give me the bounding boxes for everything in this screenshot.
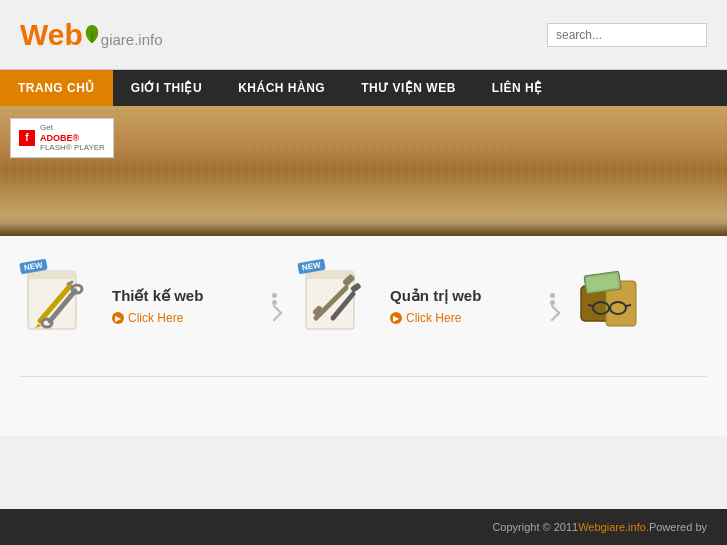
svg-line-23 <box>588 305 593 306</box>
click-here-1[interactable]: ▶ Click Here <box>390 311 481 325</box>
arrow-right-0 <box>266 305 283 322</box>
flash-text: Get ADOBE® FLASH® PLAYER <box>40 123 105 153</box>
wallet-icon <box>576 266 646 336</box>
svg-rect-2 <box>28 271 76 279</box>
logo-leaf-icon <box>84 20 100 52</box>
nav-item-thuvienweb[interactable]: THƯ VIỆN WEB <box>343 70 474 106</box>
svg-point-8 <box>72 285 82 293</box>
footer: Copyright © 2011 Webgiare.info. Powered … <box>0 509 727 545</box>
service-card-0: NEW <box>20 266 250 346</box>
service-card-1: NEW Q <box>298 266 528 346</box>
click-here-label-0: Click Here <box>128 311 183 325</box>
service-icon-wrap-1: NEW <box>298 266 378 346</box>
dot-arrow-0 <box>268 293 280 319</box>
nav-item-khachhang[interactable]: KHÁCH HÀNG <box>220 70 343 106</box>
flash-icon: f <box>19 130 35 146</box>
header: Web giare.info <box>0 0 727 70</box>
click-here-0[interactable]: ▶ Click Here <box>112 311 203 325</box>
dot-arrow-1 <box>546 293 558 319</box>
banner: f Get ADOBE® FLASH® PLAYER <box>0 106 727 236</box>
service-icon-wrap-0: NEW <box>20 266 100 346</box>
svg-line-24 <box>626 305 631 306</box>
tools-icon-0 <box>20 266 90 336</box>
tools-icon-1 <box>298 266 368 336</box>
content-area: f Get ADOBE® FLASH® PLAYER NEW <box>0 106 727 509</box>
nav: TRANG CHỦ GIỚI THIỆU KHÁCH HÀNG THƯ VIỆN… <box>0 70 727 106</box>
flash-adobe: ADOBE® <box>40 133 105 144</box>
search-input[interactable] <box>547 23 707 47</box>
service-info-1: Quản trị web ▶ Click Here <box>390 287 481 325</box>
arrow-right-1 <box>544 305 561 322</box>
footer-powered: Powered by <box>649 521 707 533</box>
services-row: NEW <box>0 256 727 356</box>
nav-item-gioithieu[interactable]: GIỚI THIỆU <box>113 70 220 106</box>
logo: Web giare.info <box>20 18 163 52</box>
page-wrapper: Web giare.info TRANG CHỦ GIỚI THIỆU KHÁC… <box>0 0 727 545</box>
service-card-2 <box>576 266 656 346</box>
click-arrow-icon-1: ▶ <box>390 312 402 324</box>
service-icon-wrap-2 <box>576 266 656 346</box>
dot-0a <box>272 293 277 298</box>
click-arrow-icon-0: ▶ <box>112 312 124 324</box>
flash-get: Get <box>40 123 105 133</box>
nav-item-lienhe[interactable]: LIÊN HỆ <box>474 70 561 106</box>
dot-1a <box>550 293 555 298</box>
service-title-1: Quản trị web <box>390 287 481 305</box>
main-content: NEW <box>0 236 727 436</box>
flash-badge: f Get ADOBE® FLASH® PLAYER <box>10 118 114 158</box>
separator <box>20 376 707 377</box>
flash-player: FLASH® PLAYER <box>40 143 105 153</box>
click-here-label-1: Click Here <box>406 311 461 325</box>
footer-link[interactable]: Webgiare.info. <box>578 521 649 533</box>
service-info-0: Thiết kế web ▶ Click Here <box>112 287 203 325</box>
footer-copyright: Copyright © 2011 <box>492 521 578 533</box>
svg-line-5 <box>68 282 72 284</box>
logo-giare: giare.info <box>101 31 163 48</box>
logo-web-orange: Web <box>20 18 83 52</box>
service-title-0: Thiết kế web <box>112 287 203 305</box>
nav-item-trangchu[interactable]: TRANG CHỦ <box>0 70 113 106</box>
